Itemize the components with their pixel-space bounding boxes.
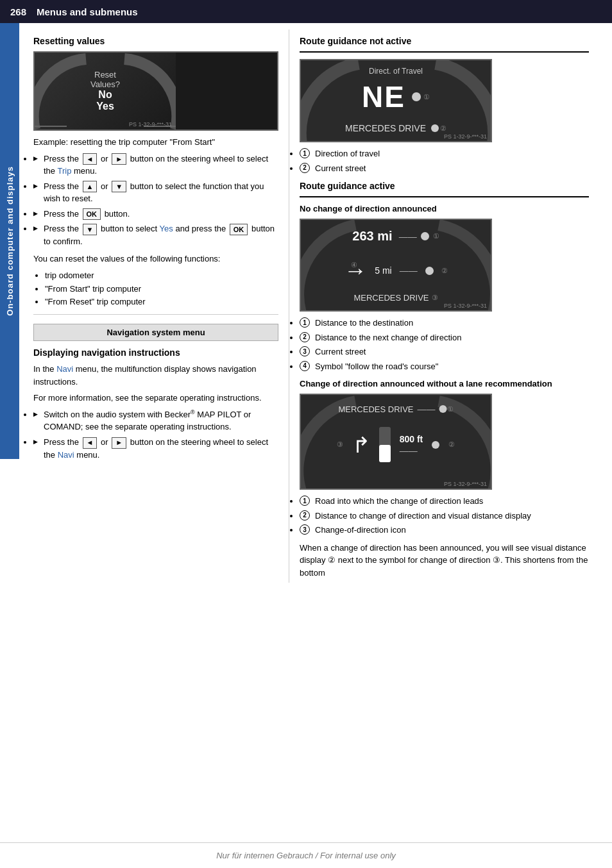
btn-right-1[interactable]: ►: [112, 153, 126, 165]
example-text: Example: resetting the trip computer "Fr…: [33, 136, 278, 149]
change-para: When a change of direction has been anno…: [300, 542, 589, 580]
reset-screen-text: Reset Values? No Yes: [90, 70, 120, 112]
cod-progress-bar: [379, 427, 391, 462]
footer: Nur für internen Gebrauch / For internal…: [0, 842, 612, 868]
reset-intro: You can reset the values of the followin…: [33, 253, 278, 265]
ne-ps-label: PS 1-32-9-***-31: [444, 133, 487, 140]
circle-nc-3: 3: [300, 346, 310, 356]
main-content: Resetting values Reset Values? No Yes PS…: [23, 23, 612, 608]
route-not-active-items: 1Direction of travel 2Current street: [300, 147, 589, 174]
right-column: Route guidance not active Direct. of Tra…: [289, 29, 599, 583]
cod-middle-row: ③ ↱ 800 ft —— ②: [301, 427, 491, 462]
nav-step-1: Switch on the audio system with Becker® …: [33, 408, 278, 433]
cod-street-row: MERCEDES DRIVE —— ①: [338, 404, 453, 414]
cod-turn-icon: ↱: [352, 432, 370, 458]
ne-badge-2: ②: [440, 124, 446, 133]
nav-para1: In the Navi menu, the multifunction disp…: [33, 363, 278, 388]
item-dist-dest: 1Distance to the destination: [300, 317, 589, 330]
guidance-ind-1: [421, 232, 429, 240]
no-change-items: 1Distance to the destination 2Distance t…: [300, 317, 589, 372]
reset-step-3: Press the OK button.: [33, 208, 278, 221]
reset-line3: No: [90, 89, 120, 101]
nav-para2: For more information, see the separate o…: [33, 392, 278, 405]
cod-ind-2: [432, 441, 439, 449]
left-column: Resetting values Reset Values? No Yes PS…: [23, 29, 289, 583]
item-dist-next: 2Distance to the next change of directio…: [300, 331, 589, 344]
guidance-screen: 263 mi —— ① → 5 mi —— ② MERCEDES DRIVE ③…: [300, 219, 492, 312]
guidance-ps: PS 1-32-9-***-31: [444, 303, 487, 309]
page-number: 268: [10, 6, 26, 17]
cod-street: MERCEDES DRIVE: [338, 405, 413, 414]
cod-badge-1: ①: [447, 405, 454, 413]
trip-label: Trip: [57, 166, 71, 176]
guidance-street-row: MERCEDES DRIVE ③: [353, 293, 438, 303]
ne-indicator-2: [431, 124, 439, 132]
reset-func-3: "From Reset" trip computer: [45, 296, 278, 309]
top-header: 268 Menus and submenus: [0, 0, 612, 23]
navi-label-2: Navi: [58, 450, 74, 460]
cod-ps: PS 1-32-9-***-31: [444, 481, 487, 487]
cod-progress-fill: [379, 445, 391, 463]
ne-main-display: NE ①: [362, 79, 430, 114]
dist-small: 5 mi: [375, 265, 391, 276]
circle-nc-4: 4: [300, 361, 310, 371]
no-change-heading: No change of direction announced: [300, 204, 589, 213]
nav-heading: Displaying navigation instructions: [33, 347, 278, 358]
item-current-street: 2Current street: [300, 162, 589, 175]
footer-text: Nur für internen Gebrauch / For internal…: [216, 851, 396, 860]
dist-main: 263 mi: [352, 229, 392, 244]
arrow-row: → 5 mi —— ②: [301, 257, 491, 284]
circle-nc-2: 2: [300, 332, 310, 342]
route-active-heading: Route guidance active: [300, 181, 589, 191]
guidance-badge-1: ①: [433, 232, 439, 240]
reset-screen: Reset Values? No Yes PS 1-32-9-***-31: [33, 51, 278, 131]
btn-left-1[interactable]: ◄: [83, 153, 98, 165]
cod-dist-dash: ——: [400, 446, 418, 456]
header-title: Menus and submenus: [37, 6, 138, 17]
change-heading: Change of direction announced without a …: [300, 379, 589, 388]
change-items: 1Road into which the change of direction…: [300, 495, 589, 537]
ne-screen: Direct. of Travel NE ① MERCEDES DRIVE ② …: [300, 59, 492, 142]
guidance-badge-3: ③: [432, 294, 438, 302]
circle-2: 2: [300, 163, 310, 173]
reset-steps: Press the ◄ or ► button on the steering …: [33, 153, 278, 248]
item-road-leads: 1Road into which the change of direction…: [300, 495, 589, 508]
guidance-ind-2: [425, 267, 434, 275]
ne-indicator-1: [412, 92, 421, 101]
circle-c-1: 1: [300, 496, 310, 506]
ne-text: NE: [362, 79, 405, 114]
cod-dash: ——: [418, 404, 436, 414]
dist-arrow: ——: [399, 231, 417, 242]
item-dist-change: 2Distance to change of direction and vis…: [300, 510, 589, 522]
dist-main-row: 263 mi —— ①: [301, 229, 491, 244]
ne-street: MERCEDES DRIVE: [345, 123, 426, 133]
rule-2: [300, 196, 589, 197]
nav-banner: Navigation system menu: [33, 324, 278, 341]
navi-label-1: Navi: [56, 364, 73, 374]
guidance-badge-4: ④: [351, 261, 357, 269]
reset-line4: Yes: [90, 101, 120, 112]
reset-line1: Reset: [90, 70, 120, 79]
circle-1: 1: [300, 148, 310, 158]
btn-left-2[interactable]: ◄: [83, 437, 98, 449]
reset-func-1: trip odometer: [45, 269, 278, 283]
reset-functions-list: trip odometer "From Start" trip computer…: [45, 269, 278, 309]
side-tab: On-board computer and displays: [0, 23, 19, 459]
guidance-badge-2: ②: [441, 267, 448, 275]
btn-ok-2[interactable]: OK: [230, 224, 248, 235]
divider-1: [33, 314, 278, 315]
btn-down-1[interactable]: ▼: [112, 181, 126, 192]
cod-ind-1: [439, 405, 447, 413]
item-cod-icon: 3Change-of-direction icon: [300, 524, 589, 537]
btn-right-2[interactable]: ►: [112, 437, 126, 449]
ne-street-row: MERCEDES DRIVE ②: [345, 123, 446, 133]
btn-ok-1[interactable]: OK: [83, 208, 101, 220]
item-curr-street: 3Current street: [300, 346, 589, 358]
cod-dist-col: 800 ft ——: [400, 434, 423, 456]
nav-steps: Switch on the audio system with Becker® …: [33, 408, 278, 461]
btn-down-2[interactable]: ▼: [83, 224, 98, 235]
reset-func-2: "From Start" trip computer: [45, 283, 278, 296]
btn-up-1[interactable]: ▲: [83, 181, 98, 192]
ne-label-top: Direct. of Travel: [369, 67, 423, 76]
resetting-heading: Resetting values: [33, 36, 278, 46]
